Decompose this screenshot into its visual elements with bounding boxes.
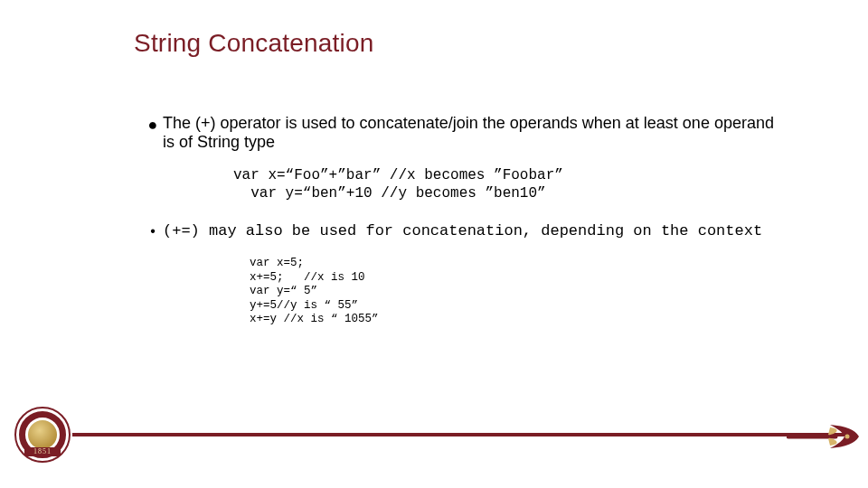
slide-body: ● The (+) operator is used to concatenat…: [143, 114, 787, 327]
slide: String Concatenation ● The (+) operator …: [0, 0, 868, 488]
seal-year: 1851: [24, 447, 61, 456]
code-example-2: var x=5; x+=5; //x is 10 var y=“ 5” y+=5…: [250, 257, 787, 327]
bullet-text: The (+) operator is used to concatenate/…: [163, 114, 787, 151]
bullet-text: (+=) may also be used for concatenation,…: [163, 222, 787, 240]
bullet-glyph: •: [143, 222, 163, 239]
university-seal-icon: 1851: [14, 407, 71, 463]
svg-point-0: [845, 435, 850, 439]
bullet-item: • (+=) may also be used for concatenatio…: [143, 222, 787, 240]
code-example-1: var x=“Foo”+”bar” //x becomes ”Foobar” v…: [233, 167, 787, 202]
slide-title: String Concatenation: [134, 29, 374, 58]
spear-icon: [787, 418, 861, 455]
bullet-item: ● The (+) operator is used to concatenat…: [143, 114, 787, 151]
bullet-glyph: ●: [143, 114, 163, 133]
footer-divider: [72, 433, 852, 436]
